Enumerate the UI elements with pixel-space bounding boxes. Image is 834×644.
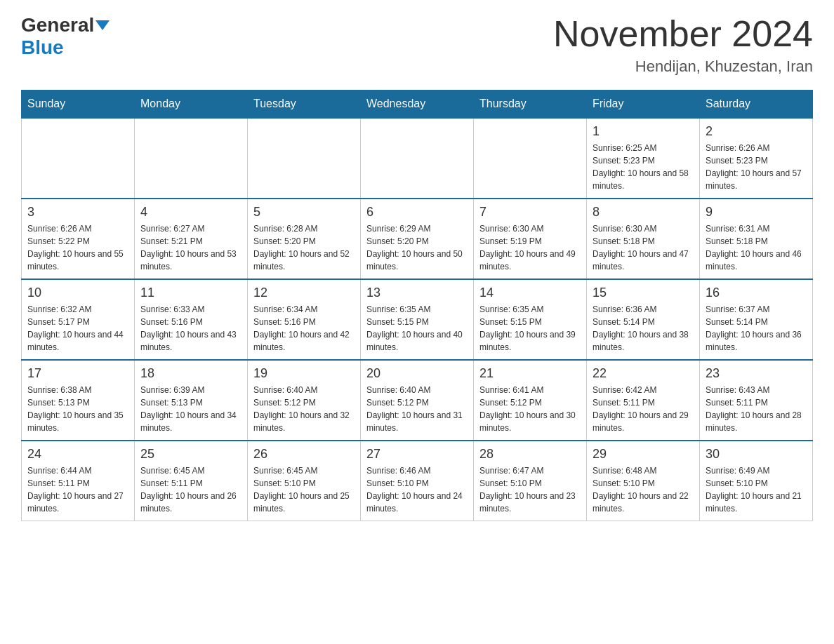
weekday-header-wednesday: Wednesday [361, 90, 474, 119]
logo-general-text: General [21, 14, 94, 36]
day-number: 29 [593, 447, 694, 462]
logo-blue-text: Blue [21, 36, 64, 59]
calendar-cell [474, 118, 587, 199]
day-info: Sunrise: 6:30 AM Sunset: 5:18 PM Dayligh… [593, 222, 694, 273]
calendar-cell: 12Sunrise: 6:34 AM Sunset: 5:16 PM Dayli… [248, 279, 361, 360]
day-number: 8 [593, 205, 694, 220]
calendar-cell: 21Sunrise: 6:41 AM Sunset: 5:12 PM Dayli… [474, 360, 587, 441]
weekday-header-monday: Monday [135, 90, 248, 119]
logo: General Blue [21, 14, 111, 59]
day-info: Sunrise: 6:35 AM Sunset: 5:15 PM Dayligh… [366, 303, 468, 354]
weekday-header-sunday: Sunday [22, 90, 135, 119]
day-number: 10 [27, 286, 128, 300]
day-number: 20 [366, 366, 468, 381]
day-number: 6 [366, 205, 468, 220]
calendar-cell: 15Sunrise: 6:36 AM Sunset: 5:14 PM Dayli… [587, 279, 700, 360]
day-info: Sunrise: 6:30 AM Sunset: 5:19 PM Dayligh… [479, 222, 581, 273]
calendar-cell: 10Sunrise: 6:32 AM Sunset: 5:17 PM Dayli… [22, 279, 135, 360]
day-number: 3 [27, 205, 128, 220]
day-number: 24 [27, 447, 128, 462]
day-number: 1 [593, 124, 694, 139]
day-info: Sunrise: 6:33 AM Sunset: 5:16 PM Dayligh… [140, 303, 241, 354]
title-section: November 2024 Hendijan, Khuzestan, Iran [553, 14, 813, 76]
week-row-4: 17Sunrise: 6:38 AM Sunset: 5:13 PM Dayli… [22, 360, 813, 441]
day-info: Sunrise: 6:31 AM Sunset: 5:18 PM Dayligh… [706, 222, 807, 273]
day-info: Sunrise: 6:27 AM Sunset: 5:21 PM Dayligh… [140, 222, 241, 273]
calendar-cell: 16Sunrise: 6:37 AM Sunset: 5:14 PM Dayli… [700, 279, 813, 360]
day-number: 7 [479, 205, 581, 220]
calendar-cell: 27Sunrise: 6:46 AM Sunset: 5:10 PM Dayli… [361, 441, 474, 521]
day-number: 17 [27, 366, 128, 381]
day-info: Sunrise: 6:28 AM Sunset: 5:20 PM Dayligh… [253, 222, 355, 273]
day-number: 22 [593, 366, 694, 381]
day-number: 14 [479, 286, 581, 300]
day-number: 23 [706, 366, 807, 381]
weekday-header-thursday: Thursday [474, 90, 587, 119]
day-info: Sunrise: 6:40 AM Sunset: 5:12 PM Dayligh… [253, 384, 355, 434]
calendar-cell [248, 118, 361, 199]
month-title: November 2024 [553, 14, 813, 54]
day-info: Sunrise: 6:25 AM Sunset: 5:23 PM Dayligh… [593, 142, 694, 192]
calendar-cell: 8Sunrise: 6:30 AM Sunset: 5:18 PM Daylig… [587, 199, 700, 279]
calendar-cell: 13Sunrise: 6:35 AM Sunset: 5:15 PM Dayli… [361, 279, 474, 360]
day-number: 13 [366, 286, 468, 300]
calendar-cell [135, 118, 248, 199]
day-info: Sunrise: 6:34 AM Sunset: 5:16 PM Dayligh… [253, 303, 355, 354]
calendar-cell: 20Sunrise: 6:40 AM Sunset: 5:12 PM Dayli… [361, 360, 474, 441]
day-info: Sunrise: 6:26 AM Sunset: 5:23 PM Dayligh… [706, 142, 807, 192]
day-info: Sunrise: 6:32 AM Sunset: 5:17 PM Dayligh… [27, 303, 128, 354]
calendar-header-row: SundayMondayTuesdayWednesdayThursdayFrid… [22, 90, 813, 119]
day-info: Sunrise: 6:41 AM Sunset: 5:12 PM Dayligh… [479, 384, 581, 434]
day-number: 25 [140, 447, 241, 462]
calendar-cell: 17Sunrise: 6:38 AM Sunset: 5:13 PM Dayli… [22, 360, 135, 441]
calendar-cell: 7Sunrise: 6:30 AM Sunset: 5:19 PM Daylig… [474, 199, 587, 279]
day-number: 16 [706, 286, 807, 300]
day-number: 5 [253, 205, 355, 220]
calendar-cell: 25Sunrise: 6:45 AM Sunset: 5:11 PM Dayli… [135, 441, 248, 521]
logo-arrow-icon [95, 20, 110, 30]
day-number: 9 [706, 205, 807, 220]
week-row-2: 3Sunrise: 6:26 AM Sunset: 5:22 PM Daylig… [22, 199, 813, 279]
day-info: Sunrise: 6:29 AM Sunset: 5:20 PM Dayligh… [366, 222, 468, 273]
calendar-cell: 29Sunrise: 6:48 AM Sunset: 5:10 PM Dayli… [587, 441, 700, 521]
day-info: Sunrise: 6:47 AM Sunset: 5:10 PM Dayligh… [479, 464, 581, 515]
day-info: Sunrise: 6:44 AM Sunset: 5:11 PM Dayligh… [27, 464, 128, 515]
day-info: Sunrise: 6:45 AM Sunset: 5:10 PM Dayligh… [253, 464, 355, 515]
calendar-cell: 1Sunrise: 6:25 AM Sunset: 5:23 PM Daylig… [587, 118, 700, 199]
calendar-cell: 24Sunrise: 6:44 AM Sunset: 5:11 PM Dayli… [22, 441, 135, 521]
day-info: Sunrise: 6:43 AM Sunset: 5:11 PM Dayligh… [706, 384, 807, 434]
calendar-cell: 3Sunrise: 6:26 AM Sunset: 5:22 PM Daylig… [22, 199, 135, 279]
calendar-cell [361, 118, 474, 199]
day-info: Sunrise: 6:48 AM Sunset: 5:10 PM Dayligh… [593, 464, 694, 515]
weekday-header-saturday: Saturday [700, 90, 813, 119]
day-info: Sunrise: 6:36 AM Sunset: 5:14 PM Dayligh… [593, 303, 694, 354]
calendar-cell: 26Sunrise: 6:45 AM Sunset: 5:10 PM Dayli… [248, 441, 361, 521]
day-number: 4 [140, 205, 241, 220]
day-info: Sunrise: 6:45 AM Sunset: 5:11 PM Dayligh… [140, 464, 241, 515]
week-row-5: 24Sunrise: 6:44 AM Sunset: 5:11 PM Dayli… [22, 441, 813, 521]
day-number: 15 [593, 286, 694, 300]
day-info: Sunrise: 6:35 AM Sunset: 5:15 PM Dayligh… [479, 303, 581, 354]
day-info: Sunrise: 6:49 AM Sunset: 5:10 PM Dayligh… [706, 464, 807, 515]
calendar-cell: 11Sunrise: 6:33 AM Sunset: 5:16 PM Dayli… [135, 279, 248, 360]
day-number: 21 [479, 366, 581, 381]
calendar-cell: 18Sunrise: 6:39 AM Sunset: 5:13 PM Dayli… [135, 360, 248, 441]
calendar-cell: 14Sunrise: 6:35 AM Sunset: 5:15 PM Dayli… [474, 279, 587, 360]
day-number: 12 [253, 286, 355, 300]
weekday-header-friday: Friday [587, 90, 700, 119]
calendar-cell: 2Sunrise: 6:26 AM Sunset: 5:23 PM Daylig… [700, 118, 813, 199]
calendar-cell: 5Sunrise: 6:28 AM Sunset: 5:20 PM Daylig… [248, 199, 361, 279]
calendar-cell: 30Sunrise: 6:49 AM Sunset: 5:10 PM Dayli… [700, 441, 813, 521]
calendar-cell: 23Sunrise: 6:43 AM Sunset: 5:11 PM Dayli… [700, 360, 813, 441]
calendar-cell: 4Sunrise: 6:27 AM Sunset: 5:21 PM Daylig… [135, 199, 248, 279]
day-info: Sunrise: 6:46 AM Sunset: 5:10 PM Dayligh… [366, 464, 468, 515]
calendar-table: SundayMondayTuesdayWednesdayThursdayFrid… [21, 90, 813, 521]
page-header: General Blue November 2024 Hendijan, Khu… [21, 14, 813, 76]
location-title: Hendijan, Khuzestan, Iran [553, 58, 813, 76]
calendar-cell: 9Sunrise: 6:31 AM Sunset: 5:18 PM Daylig… [700, 199, 813, 279]
day-number: 27 [366, 447, 468, 462]
weekday-header-tuesday: Tuesday [248, 90, 361, 119]
day-number: 11 [140, 286, 241, 300]
day-info: Sunrise: 6:40 AM Sunset: 5:12 PM Dayligh… [366, 384, 468, 434]
day-number: 26 [253, 447, 355, 462]
